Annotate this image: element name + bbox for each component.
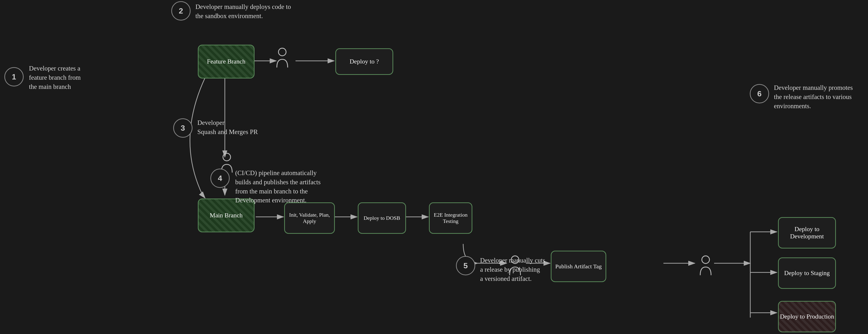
deploy-development-box: Deploy to Development — [778, 217, 836, 249]
step-4-description: (CI/CD) pipeline automatically builds an… — [235, 169, 321, 205]
person-icon-release — [505, 255, 525, 277]
person-svg-promoter — [696, 255, 715, 277]
deploy-dosb-box: Deploy to DOSB — [358, 202, 406, 234]
publish-artifact-box: Publish Artifact Tag — [551, 251, 606, 282]
arrows-layer — [0, 0, 868, 334]
step-6-circle: 6 — [750, 84, 769, 103]
step-3-circle: 3 — [173, 118, 192, 138]
e2e-testing-box: E2E Integration Testing — [429, 202, 472, 234]
step-3-description: Developer Squash and Merges PR — [197, 118, 258, 137]
step-1-circle: 1 — [4, 67, 24, 86]
step-1-description: Developer creates a feature branch from … — [29, 64, 81, 91]
step-6-description: Developer manually promotes the release … — [774, 83, 853, 111]
step-5-circle: 5 — [456, 256, 475, 275]
step-2-circle: 2 — [171, 1, 191, 21]
deploy-staging-box: Deploy to Staging — [778, 257, 836, 289]
svg-point-18 — [511, 256, 519, 264]
init-validate-box: Init, Validate, Plan, Apply — [284, 202, 335, 234]
step-2-description: Developer manually deploys code to the s… — [195, 2, 291, 21]
person-svg-release — [505, 255, 525, 277]
feature-branch-box: Feature Branch — [198, 45, 254, 79]
person-svg-sandbox — [273, 47, 292, 69]
step-4-circle: 4 — [210, 169, 230, 188]
svg-line-5 — [203, 195, 205, 198]
deploy-production-box: Deploy to Production — [778, 301, 836, 332]
svg-point-16 — [278, 48, 286, 56]
person-icon-sandbox — [273, 47, 292, 69]
person-icon-promoter — [696, 255, 715, 277]
deploy-to-question-box: Deploy to ? — [335, 48, 393, 75]
diagram-container: 1 Developer creates a feature branch fro… — [0, 0, 868, 334]
svg-point-17 — [223, 154, 230, 161]
svg-point-19 — [702, 256, 710, 264]
